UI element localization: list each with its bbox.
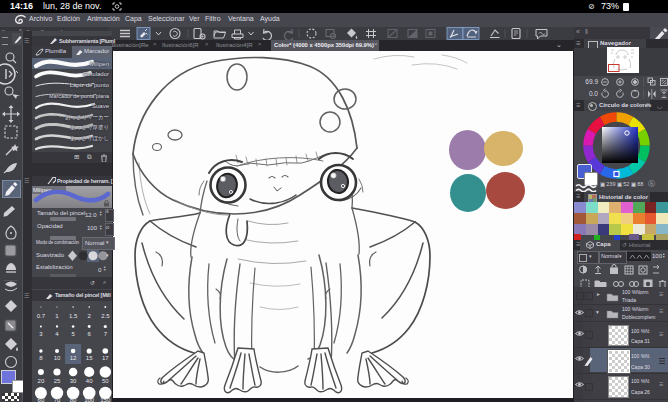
svg-text:40: 40 <box>86 378 93 384</box>
svg-text:6: 6 <box>88 331 92 337</box>
svg-text:150: 150 <box>100 397 111 402</box>
svg-text:2.5: 2.5 <box>101 313 110 319</box>
svg-text:10: 10 <box>54 355 61 361</box>
svg-text:60: 60 <box>38 397 45 402</box>
svg-text:80: 80 <box>70 397 77 402</box>
svg-text:4: 4 <box>55 331 59 337</box>
svg-text:12: 12 <box>70 355 77 361</box>
svg-text:70: 70 <box>54 397 61 402</box>
svg-text:100: 100 <box>84 397 95 402</box>
svg-text:2: 2 <box>88 313 92 319</box>
svg-text:0.7: 0.7 <box>37 313 46 319</box>
svg-text:1.5: 1.5 <box>69 313 78 319</box>
svg-text:30: 30 <box>70 378 77 384</box>
svg-text:17: 17 <box>102 355 109 361</box>
svg-text:7: 7 <box>104 331 108 337</box>
svg-text:50: 50 <box>102 378 109 384</box>
svg-text:1: 1 <box>55 313 59 319</box>
svg-text:25: 25 <box>54 378 61 384</box>
svg-text:3: 3 <box>39 331 43 337</box>
svg-text:5: 5 <box>71 331 75 337</box>
svg-text:8: 8 <box>39 355 43 361</box>
svg-text:20: 20 <box>38 378 45 384</box>
svg-text:15: 15 <box>86 355 93 361</box>
